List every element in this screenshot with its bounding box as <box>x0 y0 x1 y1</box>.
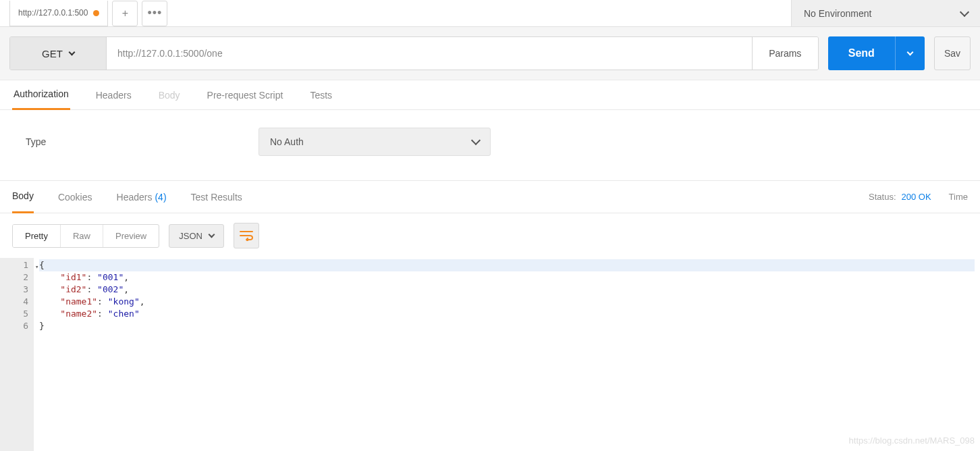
fold-marker-icon[interactable]: ▾ <box>35 261 38 273</box>
tab-overflow-button[interactable]: ••• <box>142 1 167 26</box>
code-line: "name1": "kong", <box>39 296 975 308</box>
tab-title: http://127.0.0.1:500 <box>18 8 88 18</box>
url-group: GET http://127.0.0.1:5000/one Params <box>9 36 819 70</box>
resp-headers-label: Headers <box>117 192 153 203</box>
environment-label: No Environment <box>804 8 871 19</box>
auth-selected-value: No Auth <box>270 136 304 147</box>
params-button[interactable]: Params <box>752 37 818 70</box>
response-tabs: Body Cookies Headers (4) Test Results St… <box>0 181 980 213</box>
view-raw[interactable]: Raw <box>60 225 103 247</box>
chevron-down-icon <box>471 136 481 145</box>
line-gutter: 1▾ 2 3 4 5 6 <box>0 258 34 451</box>
send-group: Send <box>828 36 925 70</box>
save-label: Sav <box>944 48 960 59</box>
environment-select[interactable]: No Environment <box>791 0 980 26</box>
code-area[interactable]: { "id1": "001", "id2": "002", "name1": "… <box>34 258 980 451</box>
url-input[interactable]: http://127.0.0.1:5000/one <box>107 37 752 70</box>
line-number: 3 <box>0 284 28 296</box>
line-number: 6 <box>0 320 28 332</box>
tab-headers[interactable]: Headers <box>94 80 133 110</box>
tab-body[interactable]: Body <box>157 80 182 110</box>
format-select[interactable]: JSON <box>169 224 224 248</box>
wrap-lines-button[interactable] <box>234 223 259 248</box>
wrap-icon <box>240 230 253 241</box>
response-body-toolbar: Pretty Raw Preview JSON <box>0 213 980 258</box>
tab-prerequest[interactable]: Pre-request Script <box>206 80 285 110</box>
code-line: { <box>39 259 975 271</box>
send-label: Send <box>848 47 875 59</box>
status-code: 200 OK <box>902 192 931 202</box>
time-label: Time <box>949 192 968 202</box>
params-label: Params <box>769 48 801 59</box>
chevron-down-icon <box>906 49 913 55</box>
line-number: 5 <box>0 308 28 320</box>
line-number: 4 <box>0 296 28 308</box>
send-dropdown-button[interactable] <box>895 36 925 70</box>
chevron-down-icon <box>68 49 75 55</box>
tabs-area: http://127.0.0.1:500 + ••• <box>0 0 782 26</box>
tab-authorization[interactable]: Authorization <box>12 80 70 110</box>
resp-tab-headers[interactable]: Headers (4) <box>117 181 167 213</box>
tab-tests[interactable]: Tests <box>308 80 333 110</box>
send-button[interactable]: Send <box>828 36 895 70</box>
unsaved-dot-icon <box>93 10 99 16</box>
chevron-down-icon <box>960 7 969 16</box>
url-value: http://127.0.0.1:5000/one <box>117 48 223 59</box>
resp-tab-cookies[interactable]: Cookies <box>58 181 92 213</box>
code-line: "name2": "chen" <box>39 308 975 320</box>
response-editor: 1▾ 2 3 4 5 6 { "id1": "001", "id2": "002… <box>0 258 980 451</box>
method-label: GET <box>42 48 63 59</box>
request-tab[interactable]: http://127.0.0.1:500 <box>9 1 108 26</box>
line-number: 1▾ <box>0 259 28 271</box>
status-label: Status: <box>869 192 896 202</box>
format-label: JSON <box>179 231 202 241</box>
view-preview[interactable]: Preview <box>103 225 159 247</box>
authorization-section: Type No Auth <box>0 110 980 181</box>
view-mode-segment: Pretty Raw Preview <box>12 224 159 248</box>
save-button[interactable]: Sav <box>934 36 971 70</box>
auth-type-label: Type <box>26 136 232 147</box>
status-area: Status: 200 OK Time <box>869 192 968 202</box>
code-line: "id2": "002", <box>39 284 975 296</box>
top-tabbar: http://127.0.0.1:500 + ••• No Environmen… <box>0 0 980 27</box>
code-line: } <box>39 320 975 332</box>
add-tab-button[interactable]: + <box>112 1 138 26</box>
resp-tab-body[interactable]: Body <box>12 181 34 213</box>
watermark: https://blog.csdn.net/MARS_098 <box>849 435 975 446</box>
resp-tab-test-results[interactable]: Test Results <box>191 181 242 213</box>
resp-headers-count: (4) <box>155 192 166 203</box>
chevron-down-icon <box>208 231 215 238</box>
auth-type-select[interactable]: No Auth <box>258 128 491 156</box>
request-tabs: Authorization Headers Body Pre-request S… <box>0 80 980 110</box>
code-line: "id1": "001", <box>39 271 975 284</box>
http-method-select[interactable]: GET <box>10 37 107 70</box>
request-builder-row: GET http://127.0.0.1:5000/one Params Sen… <box>0 27 980 80</box>
view-pretty[interactable]: Pretty <box>13 225 60 247</box>
line-number: 2 <box>0 271 28 284</box>
